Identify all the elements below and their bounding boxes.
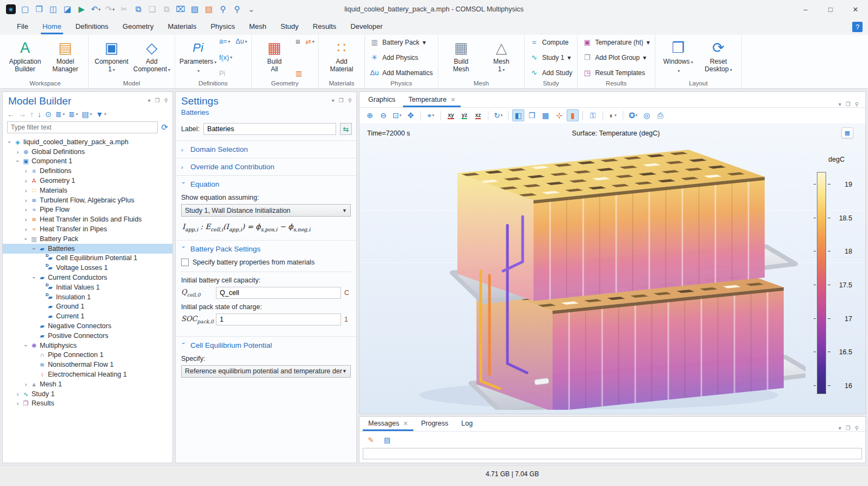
result-templates-button[interactable]: ◳Result Templates bbox=[582, 69, 650, 77]
collapse-all-icon[interactable]: ≣▾ bbox=[69, 110, 78, 119]
tree-item-global-definitions[interactable]: ›⊕Global Definitions bbox=[3, 147, 172, 157]
panel-float-icon[interactable]: ❒ bbox=[339, 97, 344, 103]
model-manager-button[interactable]: ▤ModelManager bbox=[45, 36, 85, 79]
materials-properties-checkbox-row[interactable]: Specify battery properties from material… bbox=[181, 257, 351, 272]
zoom-box-icon[interactable]: ⊡▾ bbox=[391, 109, 403, 121]
temperature-plot-dropdown[interactable]: ▣Temperature (ht)▾ bbox=[582, 38, 650, 46]
panel-float-icon[interactable]: ❒ bbox=[155, 97, 160, 103]
view-lock-icon[interactable]: ⚿ bbox=[587, 109, 599, 121]
tree-item-batteries-folder[interactable]: ›▰Batteries bbox=[3, 244, 172, 254]
expand-all-icon[interactable]: ≣▾ bbox=[55, 110, 65, 119]
tree-item-initial-values[interactable]: ▰DInitial Values 1 bbox=[3, 282, 172, 292]
qat-customize-icon[interactable]: ⌄ bbox=[245, 3, 258, 16]
menu-physics[interactable]: Physics bbox=[203, 20, 242, 34]
maximize-button[interactable]: □ bbox=[818, 0, 843, 19]
save-icon[interactable]: ◫ bbox=[47, 3, 60, 16]
tree-expander-icon[interactable]: › bbox=[22, 226, 29, 232]
tree-item-negative-connectors[interactable]: ▰Negative Connectors bbox=[3, 321, 172, 331]
panel-menu-icon[interactable]: ▾ bbox=[839, 425, 841, 431]
section-header-domain[interactable]: ›Domain Selection bbox=[176, 141, 356, 158]
filter-icon[interactable]: ▼▾ bbox=[96, 110, 106, 119]
forward-icon[interactable]: → bbox=[18, 110, 26, 119]
cut-icon[interactable]: ✂ bbox=[117, 3, 131, 16]
work-plane-icon[interactable]: ▥ bbox=[296, 69, 314, 77]
messages-tab-log[interactable]: Log bbox=[455, 416, 479, 431]
clear-selection-icon[interactable]: ▨ bbox=[202, 3, 215, 16]
rename-icon[interactable]: ⇆ bbox=[340, 123, 352, 135]
move-up-icon[interactable]: ↑ bbox=[30, 110, 34, 119]
tree-expander-icon[interactable]: › bbox=[22, 187, 29, 194]
panel-pin-icon[interactable]: ⚲ bbox=[348, 97, 352, 103]
panel-menu-icon[interactable]: ▾ bbox=[332, 97, 334, 103]
tree-expander-icon[interactable]: › bbox=[14, 158, 21, 164]
add-mathematics-button[interactable]: ΔuAdd Mathematics bbox=[370, 69, 433, 77]
minimize-button[interactable]: – bbox=[793, 0, 818, 19]
messages-tab-progress[interactable]: Progress bbox=[414, 416, 455, 431]
menu-developer[interactable]: Developer bbox=[343, 20, 389, 34]
update-geometry-icon[interactable]: ⇄▾ bbox=[306, 38, 315, 46]
tree-item-heat-transfer-pipes[interactable]: ›≈Heat Transfer in Pipes bbox=[3, 224, 172, 234]
panel-float-icon[interactable]: ❒ bbox=[846, 425, 851, 431]
menu-results[interactable]: Results bbox=[306, 20, 343, 34]
add-physics-button[interactable]: ✳Add Physics bbox=[370, 53, 433, 61]
close-icon[interactable]: ✕ bbox=[450, 96, 455, 103]
tree-expander-icon[interactable]: › bbox=[22, 177, 29, 184]
view-yz-icon[interactable]: yz bbox=[458, 109, 470, 121]
panel-pin-icon[interactable]: ⚲ bbox=[164, 97, 168, 103]
show-grid-icon[interactable]: ▦ bbox=[540, 109, 551, 121]
tree-expander-icon[interactable]: › bbox=[14, 149, 21, 155]
tree-expander-icon[interactable]: › bbox=[22, 342, 29, 349]
menu-study[interactable]: Study bbox=[274, 20, 306, 34]
tree-item-positive-connectors[interactable]: ▰Positive Connectors bbox=[3, 331, 172, 341]
reset-desktop-button[interactable]: ⟳ResetDesktop▾ bbox=[698, 36, 739, 79]
close-button[interactable]: ✕ bbox=[843, 0, 868, 19]
close-icon[interactable]: ✕ bbox=[403, 420, 408, 427]
color-legend-icon[interactable]: ▮ bbox=[567, 109, 579, 121]
tree-item-voltage-losses[interactable]: ▰DVoltage Losses 1 bbox=[3, 263, 172, 273]
copy-icon[interactable]: ⧉ bbox=[132, 3, 145, 16]
application-builder-button[interactable]: AApplicationBuilder bbox=[5, 36, 45, 79]
tree-item-results[interactable]: ›❒Results bbox=[3, 399, 172, 409]
add-component-button[interactable]: ◇AddComponent▾ bbox=[132, 36, 172, 79]
section-header-cep[interactable]: ›Cell Equilibrium Potential bbox=[176, 337, 356, 354]
show-icon[interactable]: ⊙ bbox=[45, 110, 52, 119]
tree-expander-icon[interactable]: › bbox=[22, 206, 29, 213]
cep-specify-dropdown[interactable]: Reference equilibrium potential and temp… bbox=[181, 365, 351, 378]
tree-item-pipe-connection[interactable]: ∩Pipe Connection 1 bbox=[3, 350, 172, 360]
add-plot-group-dropdown[interactable]: ❐Add Plot Group▾ bbox=[582, 53, 650, 61]
environment-reflections-icon[interactable]: ✪▾ bbox=[627, 109, 639, 121]
field-input-0[interactable] bbox=[216, 287, 341, 299]
tree-expander-icon[interactable]: › bbox=[14, 400, 21, 407]
functions-button[interactable]: f(x)▾ bbox=[219, 54, 247, 61]
tree-item-multiphysics[interactable]: ›❋Multiphysics bbox=[3, 341, 172, 350]
tree-expander-icon[interactable]: › bbox=[30, 245, 38, 252]
panel-menu-icon[interactable]: ▾ bbox=[148, 97, 151, 103]
redo-icon[interactable]: ↷▾ bbox=[103, 3, 116, 16]
graphics-viewport[interactable]: Time=72000 s Surface: Temperature (degC)… bbox=[359, 123, 865, 414]
comsol-logo-icon[interactable]: ◉ bbox=[4, 3, 17, 16]
menu-definitions[interactable]: Definitions bbox=[69, 20, 116, 34]
tree-item-electrochemical-heating[interactable]: ≀Electrochemical Heating 1 bbox=[3, 370, 172, 379]
tree-expander-icon[interactable]: › bbox=[30, 274, 38, 281]
duplicate-icon[interactable]: ⧉ bbox=[160, 3, 173, 16]
tree-item-component[interactable]: ›▣Component 1 bbox=[3, 157, 172, 167]
filter-input[interactable] bbox=[7, 121, 158, 133]
panel-pin-icon[interactable]: ⚲ bbox=[855, 101, 859, 107]
tree-item-materials[interactable]: ›∷Materials bbox=[3, 186, 172, 195]
messages-tab-messages[interactable]: Messages✕ bbox=[362, 416, 414, 431]
open-icon[interactable]: ❒ bbox=[33, 3, 46, 16]
scene-light-icon[interactable]: ◐▾ bbox=[607, 109, 619, 121]
add-study-button[interactable]: ∿Add Study bbox=[530, 69, 572, 77]
tree-item-definitions[interactable]: ›≡Definitions bbox=[3, 166, 172, 176]
move-down-icon[interactable]: ↓ bbox=[38, 110, 41, 119]
nonlocal-couplings-button[interactable]: Δu▾ bbox=[235, 38, 247, 45]
tree-expander-icon[interactable]: › bbox=[6, 139, 13, 145]
tree-expander-icon[interactable]: › bbox=[22, 216, 29, 223]
snapshot-camera-icon[interactable]: ◎ bbox=[641, 109, 653, 121]
battery-pack-3d-view[interactable] bbox=[365, 135, 805, 410]
delete-icon[interactable]: ⌧ bbox=[174, 3, 187, 16]
panel-menu-icon[interactable]: ▾ bbox=[839, 101, 841, 107]
view-xy-icon[interactable]: xy bbox=[445, 109, 457, 121]
tree-expander-icon[interactable]: › bbox=[22, 236, 29, 242]
menu-materials[interactable]: Materials bbox=[160, 20, 203, 34]
